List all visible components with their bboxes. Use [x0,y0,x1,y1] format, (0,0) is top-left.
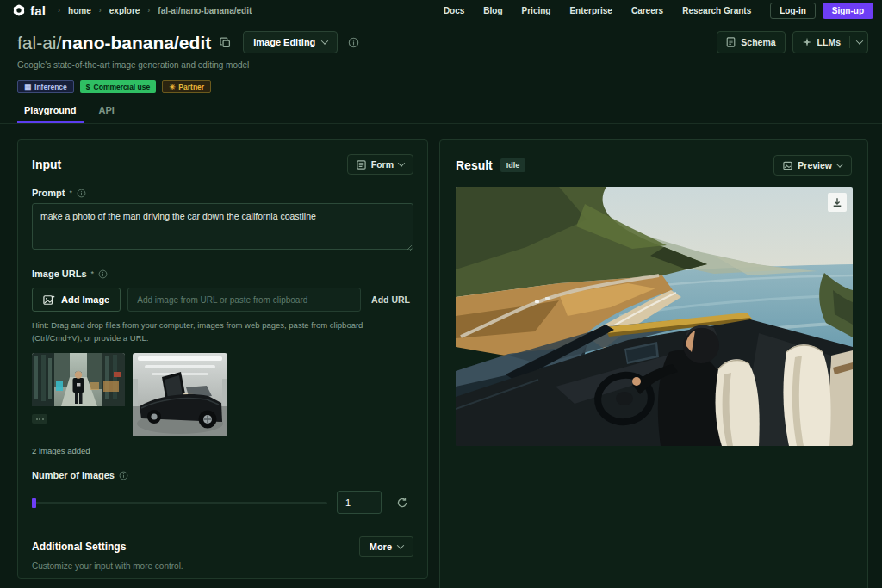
image-url-input[interactable] [127,288,361,312]
login-button[interactable]: Log-in [770,3,816,19]
result-panel-title: Result [456,158,493,172]
prompt-label: Prompt [32,188,65,198]
page-title: fal-ai/nano-banana/edit [17,34,211,52]
uploaded-image-man-in-city[interactable] [32,353,125,410]
schema-button[interactable]: Schema [717,31,785,53]
required-asterisk: * [70,189,73,197]
breadcrumb: › home › explore › fal-ai/nano-banana/ed… [58,6,252,15]
partner-badge[interactable]: ✳ Partner [162,80,211,93]
breadcrumb-explore[interactable]: explore [109,6,140,15]
result-image-graphic [456,187,853,446]
form-view-dropdown[interactable]: Form [347,154,413,175]
num-images-label: Number of Images [32,470,115,480]
inference-chip-icon: ▦ [24,83,31,91]
dollar-icon: $ [86,83,90,91]
category-dropdown[interactable]: Image Editing [243,31,338,53]
model-info-icon[interactable] [348,37,359,48]
inference-badge-label: Inference [34,83,67,91]
more-settings-button[interactable]: More [359,536,413,557]
num-images-input[interactable] [337,491,382,514]
schema-label: Schema [741,37,775,47]
main-nav: Docs Blog Pricing Enterprise Careers Res… [444,6,751,15]
chevron-down-icon [397,542,404,549]
form-view-label: Form [371,159,394,170]
nav-pricing[interactable]: Pricing [522,6,551,15]
nav-enterprise[interactable]: Enterprise [569,6,612,15]
preview-dropdown[interactable]: Preview [773,155,852,176]
nav-careers[interactable]: Careers [631,6,663,15]
title-namespace: fal-ai/ [17,33,61,53]
fal-logo-icon [12,3,26,17]
brand-name: fal [30,3,46,18]
preview-icon [783,161,792,170]
slider-thumb[interactable] [32,498,36,508]
llms-dropdown[interactable]: LLMs [792,31,868,53]
chevron-down-icon [321,37,328,44]
copy-icon [220,37,231,48]
result-panel: Result Idle Preview [439,139,868,588]
image-plus-icon [43,294,55,306]
schema-document-icon [726,37,736,47]
reset-num-images-button[interactable] [391,492,413,514]
copy-model-id-button[interactable] [220,37,231,48]
category-label: Image Editing [253,37,315,47]
uploaded-image-convertible-showroom[interactable] [133,353,227,440]
fal-logo[interactable]: fal [12,3,46,18]
sparkle-icon [802,37,812,47]
additional-settings-title: Additional Settings [32,541,126,553]
info-icon[interactable] [119,471,128,480]
image-urls-label: Image URLs [32,269,87,279]
commercial-use-badge[interactable]: $ Commercial use [80,80,156,93]
required-asterisk: * [91,269,95,278]
tab-api[interactable]: API [99,105,115,123]
uploaded-images [32,353,413,440]
divider [849,36,850,48]
commercial-badge-label: Commercial use [94,83,151,91]
info-icon[interactable] [77,189,86,198]
thumbnail-man-city [32,353,125,406]
tab-playground[interactable]: Playground [24,105,77,123]
breadcrumb-separator-icon: › [147,6,150,15]
nav-blog[interactable]: Blog [483,6,502,15]
add-image-button[interactable]: Add Image [32,288,121,312]
llms-label: LLMs [817,37,841,47]
chevron-down-icon [836,160,843,167]
top-navigation-bar: fal › home › explore › fal-ai/nano-banan… [0,0,882,21]
nav-research-grants[interactable]: Research Grants [682,6,751,15]
breadcrumb-home[interactable]: home [68,6,91,15]
image-count-text: 2 images added [32,446,413,455]
breadcrumb-current-model[interactable]: fal-ai/nano-banana/edit [158,6,252,15]
partner-badge-label: Partner [178,83,204,91]
model-subtitle: Google's state-of-the-art image generati… [17,60,868,70]
slider-track[interactable] [32,502,327,504]
download-image-button[interactable] [828,193,847,212]
thumbnail-car-showroom [133,353,227,436]
status-badge: Idle [500,158,526,172]
add-url-button[interactable]: Add URL [368,294,413,305]
input-panel-title: Input [32,158,61,171]
info-icon [348,37,359,48]
result-image-coastline-drive[interactable] [456,187,853,446]
upload-hint: Hint: Drag and drop files from your comp… [32,319,413,344]
refresh-icon [396,497,408,509]
title-model-name: nano-banana/edit [61,33,211,53]
image-order-handle[interactable] [32,414,47,424]
model-header: fal-ai/nano-banana/edit Image Editing [0,21,882,123]
more-label: More [370,542,392,552]
chevron-down-icon [856,37,863,44]
prompt-textarea[interactable]: make a photo of the man driving the car … [32,203,413,250]
nav-docs[interactable]: Docs [444,6,464,15]
signup-button[interactable]: Sign-up [823,3,873,19]
tab-bar: Playground API [17,105,868,123]
input-panel: Input Form Prompt * make a photo of the … [17,139,428,579]
partner-star-icon: ✳ [169,83,175,91]
inference-badge[interactable]: ▦ Inference [17,80,74,93]
num-images-slider[interactable] [32,498,327,508]
preview-label: Preview [798,160,832,170]
badge-row: ▦ Inference $ Commercial use ✳ Partner [17,80,868,93]
info-icon[interactable] [98,269,108,279]
form-icon [357,160,366,170]
download-icon [832,197,842,207]
breadcrumb-separator-icon: › [99,6,102,15]
add-image-label: Add Image [61,294,109,305]
